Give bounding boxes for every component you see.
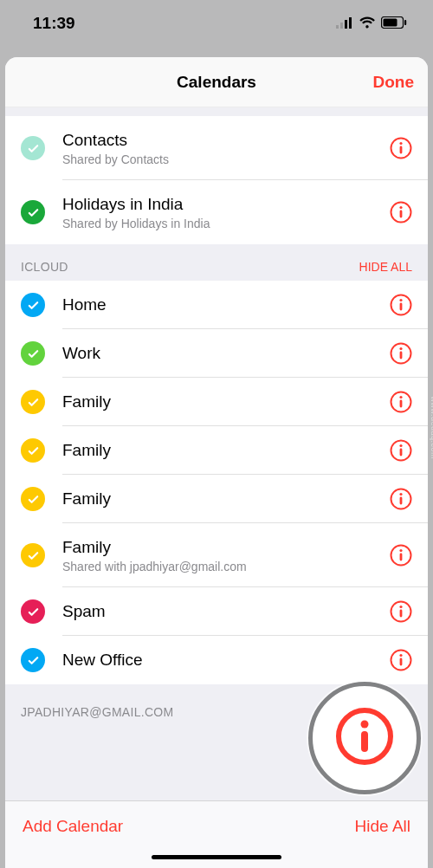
checkmark-icon[interactable] xyxy=(21,438,45,463)
info-button[interactable] xyxy=(390,391,412,413)
add-calendar-button[interactable]: Add Calendar xyxy=(23,817,123,836)
svg-point-35 xyxy=(399,654,402,657)
calendar-row[interactable]: Work xyxy=(5,329,428,378)
checkmark-icon[interactable] xyxy=(21,200,45,224)
row-text: Contacts Shared by Contacts xyxy=(62,130,390,166)
svg-rect-12 xyxy=(400,211,403,218)
svg-rect-2 xyxy=(345,20,347,29)
hide-all-global-button[interactable]: Hide All xyxy=(355,817,410,836)
svg-point-38 xyxy=(361,721,369,729)
row-text: Holidays in India Shared by Holidays in … xyxy=(62,194,390,230)
calendar-title: Work xyxy=(62,343,390,364)
calendar-title: Family xyxy=(62,392,390,412)
svg-rect-3 xyxy=(349,17,352,29)
svg-point-20 xyxy=(399,396,402,398)
info-button[interactable] xyxy=(390,600,412,623)
calendar-row[interactable]: Holidays in India Shared by Holidays in … xyxy=(5,180,428,244)
row-text: FamilyShared with jpadhiyar@gmail.com xyxy=(62,537,390,573)
svg-point-32 xyxy=(399,606,402,608)
row-text: New Office xyxy=(62,650,390,670)
svg-rect-27 xyxy=(400,497,403,505)
row-text: Family xyxy=(62,440,390,461)
info-button[interactable] xyxy=(390,342,412,365)
checkmark-icon[interactable] xyxy=(21,293,45,317)
info-button[interactable] xyxy=(390,488,412,510)
calendar-title: Contacts xyxy=(62,130,390,151)
svg-point-29 xyxy=(399,549,402,552)
calendar-title: Home xyxy=(62,295,390,315)
done-button[interactable]: Done xyxy=(373,73,415,92)
svg-point-14 xyxy=(399,299,402,301)
svg-rect-24 xyxy=(400,449,403,457)
info-button[interactable] xyxy=(390,137,412,159)
svg-rect-15 xyxy=(400,303,403,311)
icloud-header: ICLOUD HIDE ALL xyxy=(5,244,428,281)
calendar-row[interactable]: Spam xyxy=(5,587,428,636)
checkmark-icon[interactable] xyxy=(21,341,45,366)
svg-rect-9 xyxy=(400,146,403,154)
svg-rect-18 xyxy=(400,352,403,360)
calendar-row[interactable]: Home xyxy=(5,281,428,329)
checkmark-icon[interactable] xyxy=(21,136,45,160)
info-callout xyxy=(308,682,421,794)
status-indicators xyxy=(336,14,407,33)
row-text: Family xyxy=(62,489,390,509)
icloud-group: HomeWorkFamilyFamilyFamilyFamilyShared w… xyxy=(5,281,428,684)
calendar-subtitle: Shared by Holidays in India xyxy=(62,217,390,230)
section-label: JPADHIYAR@GMAIL.COM xyxy=(21,705,174,719)
calendar-row[interactable]: Contacts Shared by Contacts xyxy=(5,116,428,180)
svg-point-17 xyxy=(399,347,402,350)
row-text: Family xyxy=(62,392,390,412)
row-text: Spam xyxy=(62,601,390,622)
info-button[interactable] xyxy=(390,294,412,316)
calendar-subtitle: Shared with jpadhiyar@gmail.com xyxy=(62,560,390,573)
svg-point-8 xyxy=(399,142,402,145)
svg-rect-33 xyxy=(400,610,403,618)
svg-rect-6 xyxy=(404,20,406,25)
row-text: Home xyxy=(62,295,390,315)
svg-rect-21 xyxy=(400,400,403,408)
calendar-row[interactable]: New Office xyxy=(5,636,428,684)
row-text: Work xyxy=(62,343,390,364)
svg-rect-36 xyxy=(400,658,403,666)
calendar-row[interactable]: Family xyxy=(5,426,428,475)
nav-title: Calendars xyxy=(177,73,256,92)
checkmark-icon[interactable] xyxy=(21,487,45,511)
calendar-title: Holidays in India xyxy=(62,194,390,215)
home-indicator xyxy=(152,855,281,859)
shared-group: Contacts Shared by Contacts Holidays in … xyxy=(5,116,428,244)
checkmark-icon[interactable] xyxy=(21,648,45,672)
svg-rect-5 xyxy=(384,19,397,27)
svg-rect-39 xyxy=(361,731,368,752)
info-button[interactable] xyxy=(390,201,412,223)
cellular-icon xyxy=(336,14,353,33)
svg-rect-1 xyxy=(340,23,343,29)
wifi-icon xyxy=(359,14,376,33)
calendar-title: Family xyxy=(62,440,390,461)
calendar-title: New Office xyxy=(62,650,390,670)
calendar-row[interactable]: Family xyxy=(5,378,428,426)
checkmark-icon[interactable] xyxy=(21,543,45,567)
calendar-title: Family xyxy=(62,489,390,509)
checkmark-icon[interactable] xyxy=(21,390,45,414)
svg-rect-30 xyxy=(400,554,403,561)
calendar-title: Spam xyxy=(62,601,390,622)
calendar-row[interactable]: FamilyShared with jpadhiyar@gmail.com xyxy=(5,523,428,587)
status-time: 11:39 xyxy=(33,14,75,33)
info-button[interactable] xyxy=(390,544,412,567)
checkmark-icon[interactable] xyxy=(21,599,45,624)
section-label: ICLOUD xyxy=(21,260,68,274)
svg-rect-0 xyxy=(336,25,339,29)
nav-bar: Calendars Done xyxy=(5,57,428,107)
info-button[interactable] xyxy=(390,439,412,462)
svg-point-23 xyxy=(399,444,402,447)
calendar-subtitle: Shared by Contacts xyxy=(62,152,390,166)
info-icon xyxy=(333,705,396,771)
svg-point-11 xyxy=(399,206,402,209)
status-bar: 11:39 xyxy=(0,0,433,47)
hide-all-button[interactable]: HIDE ALL xyxy=(359,260,412,274)
calendar-row[interactable]: Family xyxy=(5,475,428,523)
info-button[interactable] xyxy=(390,649,412,671)
svg-point-26 xyxy=(399,493,402,496)
calendar-title: Family xyxy=(62,537,390,558)
